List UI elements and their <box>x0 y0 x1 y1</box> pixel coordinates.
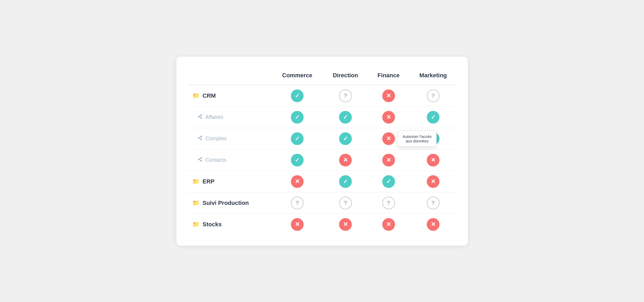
share-icon <box>198 136 202 142</box>
row-label-text: Suivi Production <box>203 200 249 206</box>
permissions-table: Commerce Direction Finance Marketing 📁CR… <box>187 67 457 235</box>
share-icon <box>198 114 202 120</box>
folder-icon: 📁 <box>192 178 199 185</box>
row-label-cell: 📁Suivi Production <box>187 192 272 214</box>
row-label-text: Stocks <box>203 221 222 228</box>
folder-icon: 📁 <box>192 200 199 206</box>
table-row: 📁Stocks✕✕✕✕ <box>187 214 457 235</box>
permission-cell: ✕ <box>272 171 323 192</box>
question-icon[interactable]: ? <box>339 197 352 209</box>
cross-icon[interactable]: ✕ <box>427 218 439 231</box>
check-icon[interactable]: ✓ <box>339 111 352 124</box>
permission-cell: ✓ <box>272 149 323 171</box>
cross-icon[interactable]: ✕ <box>427 175 439 188</box>
permission-cell: ✕ <box>368 85 409 107</box>
permissions-card: Commerce Direction Finance Marketing 📁CR… <box>176 57 468 246</box>
svg-line-9 <box>199 137 201 138</box>
cross-icon[interactable]: ✕ <box>382 154 395 166</box>
permission-cell: ✓ <box>272 106 323 128</box>
permission-cell: ✕ <box>272 214 323 235</box>
row-label-cell: Comptes <box>187 128 272 149</box>
row-label-cell: Affaires <box>187 106 272 128</box>
permission-cell: ✓ <box>409 128 457 149</box>
check-icon[interactable]: ✓ <box>427 111 439 124</box>
table-row: Contacts✓✕✕✕ <box>187 149 457 171</box>
cross-icon[interactable]: ✕ <box>382 89 395 102</box>
permission-cell: ✓ <box>409 106 457 128</box>
row-label-text: Comptes <box>206 136 227 142</box>
permission-cell: ✕ <box>368 149 409 171</box>
svg-line-4 <box>199 115 201 116</box>
svg-line-13 <box>199 160 201 160</box>
check-icon[interactable]: ✓ <box>291 89 304 102</box>
question-icon[interactable]: ? <box>427 89 439 102</box>
check-icon[interactable]: ✓ <box>291 132 304 145</box>
svg-line-14 <box>199 158 201 159</box>
tooltip-wrapper: ✕Autoriser l'accèsaux données <box>382 132 395 145</box>
question-icon[interactable]: ? <box>427 197 439 209</box>
permission-cell: ? <box>409 85 457 107</box>
permission-cell: ✕ <box>409 214 457 235</box>
permission-cell: ✕ <box>409 171 457 192</box>
cross-icon[interactable]: ✕ <box>382 132 395 145</box>
permission-cell: ✕ <box>368 214 409 235</box>
folder-icon: 📁 <box>192 221 199 228</box>
check-icon[interactable]: ✓ <box>339 132 352 145</box>
permission-cell: ✕ <box>323 214 368 235</box>
row-label-cell: Contacts <box>187 149 272 171</box>
row-label-text: ERP <box>203 178 215 185</box>
permission-cell: ✓ <box>272 85 323 107</box>
table-row: Comptes✓✓✕Autoriser l'accèsaux données✓ <box>187 128 457 149</box>
cross-icon[interactable]: ✕ <box>382 111 395 124</box>
row-label-cell: 📁ERP <box>187 171 272 192</box>
row-label-text: Affaires <box>206 114 223 120</box>
check-icon[interactable]: ✓ <box>382 175 395 188</box>
cross-icon[interactable]: ✕ <box>427 154 439 166</box>
question-icon[interactable]: ? <box>382 197 395 209</box>
folder-icon: 📁 <box>192 92 199 99</box>
permission-cell: ? <box>323 85 368 107</box>
table-row: 📁Suivi Production???? <box>187 192 457 214</box>
cross-icon[interactable]: ✕ <box>339 154 352 166</box>
permission-cell: ✕Autoriser l'accèsaux données <box>368 128 409 149</box>
row-label-text: CRM <box>203 92 216 99</box>
col-header-commerce: Commerce <box>272 67 323 85</box>
table-row: Affaires✓✓✕✓ <box>187 106 457 128</box>
permission-cell: ✕ <box>368 106 409 128</box>
share-icon <box>198 157 202 163</box>
row-label-text: Contacts <box>206 157 226 163</box>
check-icon[interactable]: ✓ <box>339 175 352 188</box>
svg-line-3 <box>199 117 201 118</box>
permission-cell: ✕ <box>323 149 368 171</box>
question-icon[interactable]: ? <box>291 197 304 209</box>
permission-cell: ✓ <box>323 171 368 192</box>
row-label-cell: 📁Stocks <box>187 214 272 235</box>
table-header-row: Commerce Direction Finance Marketing <box>187 67 457 85</box>
permission-cell: ✕ <box>409 149 457 171</box>
question-icon[interactable]: ? <box>339 89 352 102</box>
col-header-finance: Finance <box>368 67 409 85</box>
cross-icon[interactable]: ✕ <box>339 218 352 231</box>
cross-icon[interactable]: ✕ <box>291 218 304 231</box>
permission-cell: ? <box>409 192 457 214</box>
permission-cell: ✓ <box>323 106 368 128</box>
check-icon[interactable]: ✓ <box>291 154 304 166</box>
svg-line-8 <box>199 138 201 139</box>
cross-icon[interactable]: ✕ <box>291 175 304 188</box>
permission-cell: ✓ <box>368 171 409 192</box>
check-icon[interactable]: ✓ <box>427 132 439 145</box>
table-row: 📁CRM✓?✕? <box>187 85 457 107</box>
permission-cell: ? <box>368 192 409 214</box>
cross-icon[interactable]: ✕ <box>382 218 395 231</box>
check-icon[interactable]: ✓ <box>291 111 304 124</box>
col-header-marketing: Marketing <box>409 67 457 85</box>
col-header-direction: Direction <box>323 67 368 85</box>
permission-cell: ✓ <box>323 128 368 149</box>
permission-cell: ? <box>323 192 368 214</box>
permission-cell: ✓ <box>272 128 323 149</box>
permission-cell: ? <box>272 192 323 214</box>
table-row: 📁ERP✕✓✓✕ <box>187 171 457 192</box>
row-label-cell: 📁CRM <box>187 85 272 107</box>
col-header-label <box>187 67 272 85</box>
